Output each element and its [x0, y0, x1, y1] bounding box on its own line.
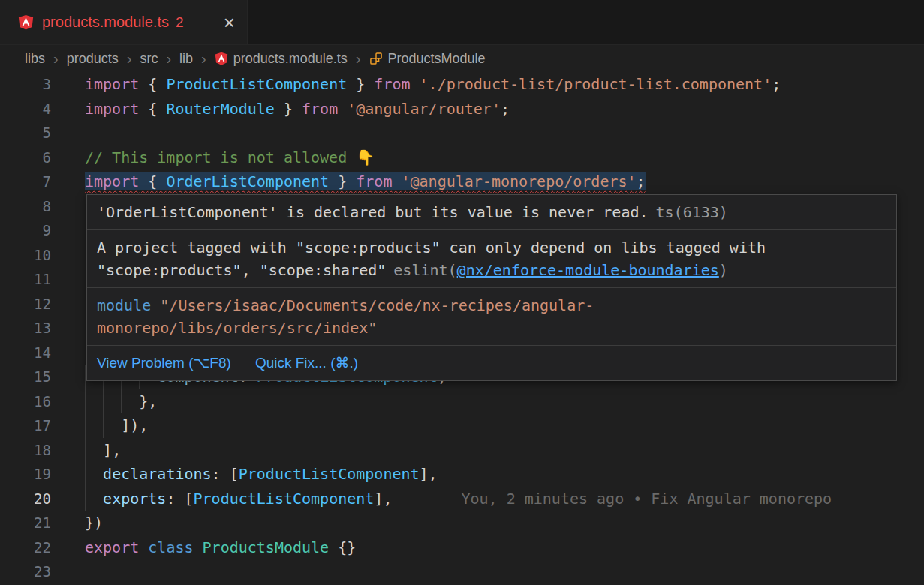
code-token: ProductListComponent — [239, 465, 420, 483]
code-token: , — [112, 441, 121, 459]
code-token — [275, 100, 284, 118]
class-symbol-icon — [369, 52, 383, 65]
code-content: exports: [ProductListComponent],You, 2 m… — [85, 487, 832, 512]
breadcrumb-item-lib[interactable]: lib — [179, 51, 193, 67]
code-token — [157, 172, 166, 190]
breadcrumb: libs › products › src › lib › products.m… — [0, 45, 924, 72]
close-tab-icon[interactable]: × — [224, 13, 235, 32]
code-token: ; — [501, 100, 510, 118]
code-token: [ — [184, 490, 193, 508]
code-line-3[interactable]: 3import { ProductListComponent } from '.… — [0, 72, 924, 97]
code-text: declarations: [ProductListComponent], — [85, 465, 438, 483]
code-token — [139, 538, 148, 556]
code-line-19[interactable]: 19 declarations: [ProductListComponent], — [0, 462, 924, 487]
chevron-right-icon: › — [53, 51, 59, 66]
code-token — [139, 172, 148, 190]
code-token: ) — [94, 514, 103, 532]
line-number: 16 — [0, 389, 51, 414]
code-content: import { OrderListComponent } from '@ang… — [85, 170, 646, 194]
line-number: 12 — [0, 292, 51, 316]
breadcrumb-item-products[interactable]: products — [67, 51, 119, 67]
code-token — [157, 75, 166, 93]
line-number: 19 — [0, 462, 51, 487]
breadcrumb-item-file[interactable]: products.module.ts — [215, 51, 348, 67]
line-number: 7 — [0, 170, 51, 194]
code-token: class — [148, 538, 193, 556]
breadcrumb-item-libs[interactable]: libs — [25, 51, 45, 67]
code-token — [329, 538, 338, 556]
code-token: ProductsModule — [203, 538, 330, 556]
code-token: } — [338, 172, 347, 190]
code-token: } — [284, 100, 293, 118]
code-line-17[interactable]: 17 ]), — [0, 413, 924, 438]
indent-guide — [103, 389, 104, 414]
hover-message-boundary: A project tagged with "scope:products" c… — [87, 230, 896, 288]
code-token — [157, 100, 166, 118]
code-token — [392, 172, 401, 190]
code-token — [365, 75, 374, 93]
tab-problem-count: 2 — [176, 14, 184, 31]
line-number: 18 — [0, 438, 51, 463]
breadcrumb-item-src[interactable]: src — [140, 51, 158, 67]
code-token: import — [85, 75, 139, 93]
diagnostic-source-close: ) — [719, 261, 728, 279]
code-token — [85, 490, 103, 508]
module-keyword: module — [97, 296, 151, 314]
chevron-right-icon: › — [127, 51, 132, 66]
line-number: 3 — [0, 72, 51, 97]
code-token: ] — [420, 465, 429, 483]
code-line-6[interactable]: 6// This import is not allowed 👇 — [0, 146, 924, 170]
code-token: OrderListComponent — [166, 172, 329, 190]
code-text: ], — [85, 441, 121, 459]
code-content: // This import is not allowed 👇 — [85, 146, 375, 170]
code-token — [329, 172, 338, 190]
code-line-22[interactable]: 22export class ProductsModule {} — [0, 536, 924, 560]
code-token: import — [85, 100, 139, 118]
code-text: export class ProductsModule {} — [85, 538, 356, 556]
code-token: import — [85, 172, 139, 190]
code-token: , — [148, 392, 157, 410]
eslint-rule-link[interactable]: @nx/enforce-module-boundaries — [457, 261, 719, 279]
code-token: export — [85, 538, 139, 556]
quick-fix-link[interactable]: Quick Fix... (⌘.) — [255, 352, 358, 374]
code-line-7[interactable]: 7import { OrderListComponent } from '@an… — [0, 170, 924, 194]
code-line-5[interactable]: 5 — [0, 121, 924, 146]
code-line-16[interactable]: 16 }, — [0, 389, 924, 414]
code-token: { — [148, 75, 157, 93]
code-token — [347, 172, 356, 190]
line-number: 15 — [0, 364, 51, 389]
code-line-18[interactable]: 18 ], — [0, 438, 924, 463]
line-number: 11 — [0, 267, 51, 292]
code-text: import { RouterModule } from '@angular/r… — [85, 100, 510, 118]
code-content: }, — [85, 389, 157, 414]
code-line-21[interactable]: 21}) — [0, 511, 924, 536]
code-token: { — [148, 172, 157, 190]
code-token: ; — [772, 75, 781, 93]
code-line-4[interactable]: 4import { RouterModule } from '@angular/… — [0, 97, 924, 122]
line-number: 21 — [0, 511, 51, 536]
code-token — [221, 465, 230, 483]
line-number: 20 — [0, 487, 51, 512]
code-token — [194, 538, 203, 556]
code-token: , — [139, 416, 148, 434]
code-token: , — [383, 490, 392, 508]
code-token — [338, 100, 347, 118]
code-token: ] — [121, 416, 130, 434]
line-number: 4 — [0, 97, 51, 122]
code-line-20[interactable]: 20 exports: [ProductListComponent],You, … — [0, 487, 924, 512]
chevron-right-icon: › — [166, 51, 171, 66]
code-token — [411, 75, 420, 93]
view-problem-link[interactable]: View Problem (⌥F8) — [97, 352, 231, 374]
code-line-23[interactable]: 23 — [0, 560, 924, 584]
code-token: } — [356, 75, 365, 93]
code-token — [293, 100, 302, 118]
indent-guide — [85, 389, 86, 414]
diagnostic-message: "scope:products", "scope:shared" — [97, 261, 386, 279]
code-content: import { RouterModule } from '@angular/r… — [85, 97, 510, 122]
code-token: ] — [374, 490, 383, 508]
tab-products-module[interactable]: products.module.ts 2 × — [0, 0, 248, 44]
code-content: ], — [85, 438, 121, 463]
editor: 3import { ProductListComponent } from '.… — [0, 72, 924, 584]
breadcrumb-item-symbol[interactable]: ProductsModule — [369, 51, 486, 67]
code-token: '@angular/router' — [347, 100, 501, 118]
